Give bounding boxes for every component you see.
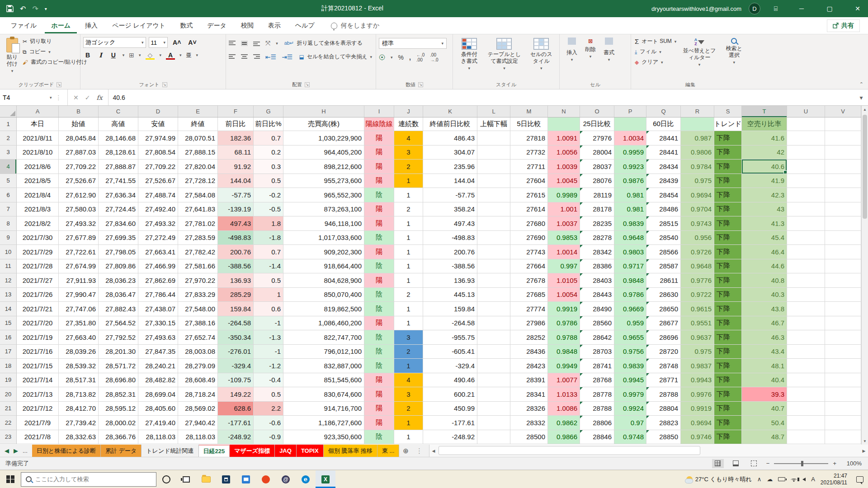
cell-D[interactable]: 27,862.69 [138,273,178,288]
cell-G[interactable]: 1.8 [254,216,283,231]
cell-R[interactable]: 0.9637 [681,330,714,345]
cell-K[interactable]: 497.43 [423,216,477,231]
decrease-decimal-icon[interactable]: .00→.0 [430,52,438,62]
cell-J[interactable]: 1 [394,259,423,274]
cell-Q[interactable]: 28587 [646,259,681,274]
cell-P[interactable]: 1.0034 [614,131,646,145]
cell-K[interactable]: -264.58 [423,316,477,331]
cell-C[interactable]: 27,798.05 [99,245,138,259]
cell-F[interactable]: -57.75 [218,188,254,202]
cell-C[interactable]: 27,888.87 [99,160,138,174]
cell-C[interactable]: 27,882.43 [99,302,138,316]
cell-R[interactable]: 0.9726 [681,245,714,259]
font-size-combobox[interactable]: ▾ [149,37,168,48]
cell-C[interactable]: 28,036.23 [99,273,138,288]
row-header-12[interactable]: 12 [0,273,17,288]
cell-P[interactable]: 0.9839 [614,359,646,373]
row-header-13[interactable]: 13 [0,288,17,302]
cell-P[interactable]: 0.9803 [614,245,646,259]
header-cell-T[interactable]: 空売り比率 [742,117,787,131]
cell-K[interactable]: -177.61 [423,416,477,430]
cell-T[interactable]: 44.6 [742,259,787,274]
vertical-scrollbar[interactable]: ▲ ▼ [861,106,868,445]
cell-C[interactable]: 27,699.35 [99,231,138,245]
cell-K[interactable]: 200.76 [423,245,477,259]
scroll-up-icon[interactable]: ▲ [862,106,868,113]
cell-F[interactable]: 144.04 [218,174,254,188]
cell-S[interactable]: 下降 [714,359,742,373]
cell-O[interactable]: 28703 [580,345,614,359]
cell-N[interactable]: 1.0045 [548,174,580,188]
cell-D[interactable]: 27,786.44 [138,288,178,302]
cell-I[interactable]: 陽 [364,202,394,217]
sheet-tab-東 ...[interactable]: 東 ... [377,445,399,457]
cell-styles-button[interactable]: セルのスタイル▾ [526,36,557,73]
menu-tab-ファイル[interactable]: ファイル [5,18,43,33]
header-cell-M[interactable]: 5日比較 [510,117,548,131]
cell-E[interactable]: 27,820.04 [178,160,218,174]
menu-tab-校閲[interactable]: 校閲 [235,18,260,33]
cell-C[interactable]: 27,636.34 [99,188,138,202]
zoom-slider[interactable] [774,463,828,464]
cell-E[interactable]: 27,728.12 [178,174,218,188]
cell-I[interactable]: 陰 [364,259,394,274]
column-header-V[interactable]: V [825,106,861,117]
cell-S[interactable]: 下降 [714,416,742,430]
cell-V[interactable] [825,316,861,331]
cell-R[interactable]: 0.956 [681,231,714,245]
name-box-dropdown-icon[interactable]: ▾ [50,95,52,100]
column-header-M[interactable]: M [510,106,548,117]
cell-D[interactable]: 27,974.99 [138,131,178,145]
cell-O[interactable]: 28778 [580,387,614,402]
edge-button[interactable]: e [296,470,316,488]
find-select-button[interactable]: 検索と選択▾ [722,36,747,67]
horizontal-scrollbar[interactable]: ◀ ▶ [429,445,868,457]
cell-J[interactable]: 4 [394,373,423,388]
cell-O[interactable]: 28642 [580,330,614,345]
cell-B[interactable]: 28,713.82 [59,387,99,402]
cell-D[interactable]: 27,488.74 [138,188,178,202]
cell-T[interactable]: 41.9 [742,174,787,188]
cell-F[interactable]: -177.61 [218,416,254,430]
cell-F[interactable]: -264.58 [218,316,254,331]
cell-F[interactable]: -109.75 [218,373,254,388]
cell-J[interactable]: 1 [394,174,423,188]
sheet-nav-right-icon[interactable]: ▶ [14,447,18,454]
tell-me-box[interactable]: 何をしますか [331,22,380,30]
sheet-nav-ellipsis[interactable]: ... [23,447,28,454]
row-header-1[interactable]: 1 [0,117,17,131]
taskbar-search[interactable] [21,472,156,487]
column-header-S[interactable]: S [714,106,742,117]
comma-style-icon[interactable]: , [409,54,411,61]
cell-J[interactable]: 3 [394,330,423,345]
row-header-18[interactable]: 18 [0,359,17,373]
cell-V[interactable] [825,259,861,274]
cell-D[interactable]: 27,493.32 [138,216,178,231]
cell-O[interactable]: 28768 [580,373,614,388]
select-all-corner[interactable] [0,106,17,117]
cell-P[interactable]: 0.9756 [614,345,646,359]
cell-Q[interactable]: 28441 [646,145,681,160]
cell-N[interactable]: 1.0054 [548,288,580,302]
cell-G[interactable]: 0.3 [254,160,283,174]
header-cell-D[interactable]: 安値 [138,117,178,131]
cell-H[interactable]: 955,273,600 [283,174,364,188]
cell-E[interactable]: 27,782.42 [178,245,218,259]
cell-A[interactable]: 2021/8/3 [17,202,59,217]
row-header-3[interactable]: 3 [0,145,17,160]
cell-I[interactable]: 陰 [364,345,394,359]
cell-P[interactable]: 0.959 [614,316,646,331]
cell-B[interactable]: 28,412.70 [59,402,99,416]
cell-E[interactable]: 28,718.24 [178,387,218,402]
cell-J[interactable]: 2 [394,160,423,174]
menu-tab-挿入[interactable]: 挿入 [79,18,104,33]
cell-B[interactable]: 27,663.40 [59,330,99,345]
cell-N[interactable]: 0.9848 [548,345,580,359]
mail-button[interactable] [236,470,256,488]
italic-button[interactable]: I [97,51,104,60]
cell-L[interactable] [477,174,510,188]
cell-K[interactable]: 486.43 [423,131,477,145]
row-header-5[interactable]: 5 [0,174,17,188]
column-header-H[interactable]: H [283,106,364,117]
column-header-O[interactable]: O [580,106,614,117]
